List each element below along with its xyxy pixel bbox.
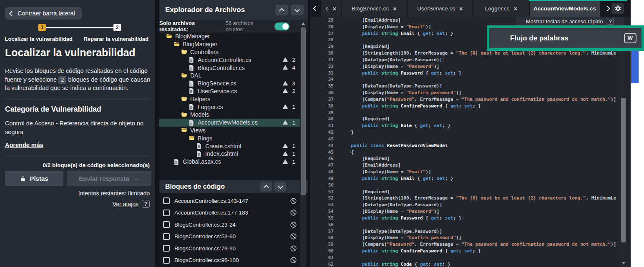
close-tab-icon[interactable]: × xyxy=(332,5,336,12)
line-number: 39 xyxy=(310,110,334,116)
file-icon xyxy=(196,143,202,149)
file-icon xyxy=(189,80,195,87)
line-number: 38 xyxy=(310,103,334,110)
explorer-scrollbar[interactable] xyxy=(300,20,306,267)
close-tab-icon[interactable]: × xyxy=(393,5,397,12)
file-tree-item[interactable]: BlogService.cs3 xyxy=(159,80,301,87)
code-line: 36 [Display(Name = "Confirm password")] xyxy=(310,90,631,96)
step-1-label: Localizar la vulnerabilidad xyxy=(0,36,78,42)
view-shortcuts-link[interactable]: Ver atajos ? xyxy=(113,200,150,208)
code-block-item[interactable]: BlogsController.cs:53-60 xyxy=(159,231,301,243)
explorer-next-button[interactable] xyxy=(291,5,304,15)
block-checkbox[interactable] xyxy=(163,257,170,264)
required-count-badge: 2 xyxy=(58,76,66,84)
code-block-item[interactable]: BlogsController.cs:23-24 xyxy=(159,219,301,231)
file-tree: BlogManagerBlogManagerControllersAccount… xyxy=(159,32,301,166)
file-tree-item[interactable]: DAL xyxy=(159,72,301,80)
file-name: Models xyxy=(190,111,301,118)
code-line: 40 [Required] xyxy=(310,116,631,122)
code-blocks-list: AccountController.cs:143-147AccountContr… xyxy=(159,195,301,266)
blocks-next-button[interactable] xyxy=(274,182,286,192)
file-tree-item[interactable]: AccountViewModels.cs1 xyxy=(159,119,301,127)
not-selectable-icon xyxy=(290,209,297,216)
code-line: 60 public string ConfirmPassword { get; … xyxy=(310,248,631,255)
line-number: 35 xyxy=(310,83,334,90)
block-checkbox[interactable] xyxy=(163,233,170,240)
file-name: BlogService.cs xyxy=(198,80,282,87)
file-tree-item[interactable]: BlogsController.cs4 xyxy=(159,64,301,72)
block-label: BlogsController.cs:53-60 xyxy=(174,233,290,240)
warning-count: 4 xyxy=(292,65,295,71)
code-line: 49 public string Email { get; set; } xyxy=(310,175,631,182)
file-tree-item[interactable]: Global.asax.cs1 xyxy=(159,158,301,166)
close-tab-icon[interactable]: × xyxy=(459,5,463,12)
tabs-scroll-right-button[interactable] xyxy=(602,0,612,17)
close-tab-icon[interactable]: × xyxy=(513,5,517,12)
step-2-badge: 2 xyxy=(113,24,121,31)
editor-tab[interactable]: s× xyxy=(321,0,341,17)
file-name: BlogsController.cs xyxy=(198,65,282,71)
line-number: 41 xyxy=(310,122,334,129)
editor-tab-active[interactable]: AccountViewModels.cs xyxy=(530,0,600,17)
submit-label: Enviar respuesta xyxy=(79,175,129,182)
line-number: 27 xyxy=(310,30,334,37)
block-checkbox[interactable] xyxy=(163,245,170,252)
scroll-up-arrow-icon[interactable] xyxy=(302,22,305,25)
code-block-item[interactable]: AccountController.cs:143-147 xyxy=(159,195,301,207)
editor-tab[interactable]: UserService.cs× xyxy=(408,0,473,17)
warning-icon xyxy=(282,120,289,126)
help-icon: ? xyxy=(142,200,150,208)
folder-icon xyxy=(181,112,187,118)
gear-icon xyxy=(614,5,621,12)
file-name: UserService.cs xyxy=(198,88,282,95)
highlighted-only-toggle[interactable] xyxy=(274,22,289,30)
file-tree-item[interactable]: Controllers xyxy=(159,48,301,56)
block-checkbox[interactable] xyxy=(163,197,170,204)
file-tree-item[interactable]: Helpers xyxy=(159,95,301,103)
keyboard-key-w-badge: W xyxy=(624,33,636,43)
explorer-scrollbar-thumb[interactable] xyxy=(301,27,306,195)
divider xyxy=(4,155,151,155)
editor-settings-button[interactable] xyxy=(611,3,624,14)
learn-more-link[interactable]: Aprende más xyxy=(5,142,43,148)
file-tree-item[interactable]: BlogManager xyxy=(159,40,301,48)
explorer-prev-button[interactable] xyxy=(275,5,288,15)
line-number: 28 xyxy=(310,37,334,43)
code-line: 48 [Display(Name = "Email")] xyxy=(310,169,631,175)
tabs-scroll-left-button[interactable] xyxy=(310,0,320,17)
editor-tab[interactable]: Logger.cs× xyxy=(473,0,529,17)
file-tree-item[interactable]: Views xyxy=(159,127,301,135)
file-tree-item[interactable]: AccountController.cs2 xyxy=(159,56,301,64)
scroll-down-arrow-icon[interactable] xyxy=(622,262,625,265)
warning-count: 3 xyxy=(292,80,295,87)
file-tree-item[interactable]: Models xyxy=(159,111,301,119)
blocks-prev-button[interactable] xyxy=(260,182,272,192)
file-tree-item[interactable]: Index.cshtml1 xyxy=(159,150,301,158)
file-tree-item[interactable]: Blogs xyxy=(159,134,301,142)
editor-tab[interactable]: BlogService.cs× xyxy=(342,0,407,17)
code-block-item[interactable]: BlogsController.cs:79-90 xyxy=(159,242,301,255)
line-number: 59 xyxy=(310,241,334,248)
line-number: 46 xyxy=(310,155,334,162)
block-checkbox[interactable] xyxy=(163,210,170,216)
code-line: 44 public class ResetPasswordViewModel xyxy=(310,142,631,149)
submit-answer-button[interactable]: Enviar respuesta → xyxy=(67,171,151,186)
editor-scrollbar-thumb[interactable] xyxy=(621,98,626,242)
code-block-item[interactable]: BlogsController.cs:96-100 xyxy=(159,255,301,267)
step-1-badge: 1 xyxy=(38,24,46,31)
line-number: 30 xyxy=(310,50,334,57)
block-checkbox[interactable] xyxy=(163,221,170,228)
file-tree-item[interactable]: BlogManager xyxy=(159,32,301,40)
code-block-item[interactable]: AccountController.cs:177-183 xyxy=(159,207,301,219)
code-line: 53 [DataType(DataType.Password)] xyxy=(310,202,631,208)
arrow-right-icon: → xyxy=(133,175,139,182)
file-tree-item[interactable]: UserService.cs2 xyxy=(159,87,301,95)
page-scrollbar-thumb[interactable] xyxy=(631,51,639,83)
file-tree-item[interactable]: Create.cshtml1 xyxy=(159,142,301,150)
file-tree-item[interactable]: Logger.cs1 xyxy=(159,103,301,111)
word-wrap-menu-item-highlighted[interactable]: Flujo de palabras W xyxy=(487,25,644,51)
collapse-sidebar-button[interactable]: Contraer barra lateral xyxy=(5,7,82,20)
editor-scrollbar[interactable] xyxy=(620,17,627,267)
hints-button[interactable]: Pistas xyxy=(5,171,63,186)
show-shortcut-keys-menu-item[interactable]: Mostrar teclas de acceso rápido ? xyxy=(516,17,624,26)
